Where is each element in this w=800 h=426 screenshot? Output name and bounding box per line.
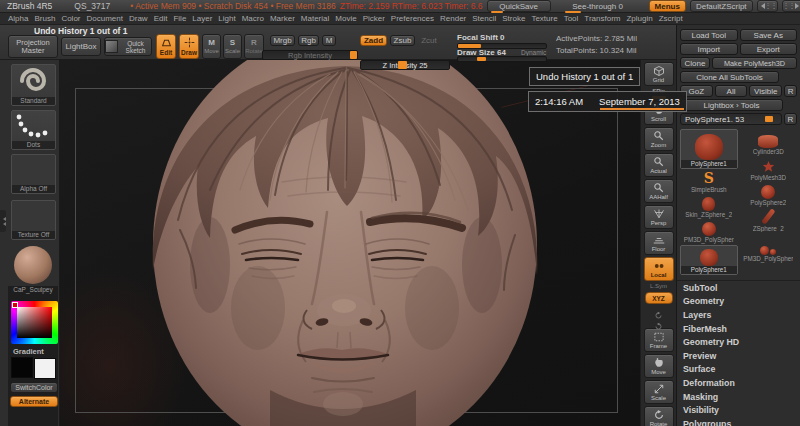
tool-thumb-pm3d-polysphere-b[interactable]: PM3D_PolySpher: [740, 233, 798, 263]
menu-texture[interactable]: Texture: [528, 14, 560, 23]
tool-thumb-simplebrush[interactable]: S SimpleBrush: [680, 170, 738, 194]
zoom-button[interactable]: Zoom: [644, 127, 674, 151]
projection-master-button[interactable]: Projection Master: [8, 35, 58, 58]
menu-material[interactable]: Material: [298, 14, 332, 23]
export-button[interactable]: Export: [740, 43, 798, 55]
draw-size-slider[interactable]: [457, 56, 547, 62]
zsub-button[interactable]: Zsub: [390, 35, 415, 46]
lightbox-button[interactable]: LightBox: [61, 37, 101, 56]
current-stroke-thumbnail[interactable]: Dots: [11, 110, 56, 150]
section-preview[interactable]: Preview: [677, 349, 800, 363]
alternate-button[interactable]: Alternate: [10, 396, 58, 407]
make-polymesh3d-button[interactable]: Make PolyMesh3D: [712, 57, 797, 69]
menu-color[interactable]: Color: [58, 14, 83, 23]
edit-mode-button[interactable]: Edit: [156, 34, 176, 59]
rotate-mode-button[interactable]: R Rotate: [244, 34, 264, 59]
current-brush-thumbnail[interactable]: Standard: [11, 64, 56, 106]
clone-all-subtools-button[interactable]: Clone All SubTools: [680, 71, 779, 83]
rgb-button[interactable]: Rgb: [298, 35, 319, 46]
tool-thumb-polymesh3d[interactable]: PolyMesh3D: [740, 157, 798, 182]
menu-picker[interactable]: Picker: [360, 14, 388, 23]
menu-light[interactable]: Light: [215, 14, 238, 23]
menu-file[interactable]: File: [170, 14, 189, 23]
dynamic-label[interactable]: Dynamic: [521, 49, 546, 56]
color-picker[interactable]: [11, 301, 58, 344]
m-button[interactable]: M: [322, 35, 336, 46]
load-tool-button[interactable]: Load Tool: [680, 29, 738, 41]
menu-tool[interactable]: Tool: [561, 14, 582, 23]
mrgb-button[interactable]: Mrgb: [270, 35, 295, 46]
current-material-thumbnail[interactable]: [14, 246, 52, 284]
grid-button[interactable]: Grid: [644, 62, 674, 86]
move-view-button[interactable]: Move: [644, 354, 674, 378]
main-color-swatch[interactable]: [11, 357, 33, 378]
menu-alpha[interactable]: Alpha: [5, 14, 31, 23]
menu-macro[interactable]: Macro: [239, 14, 267, 23]
quicksave-button[interactable]: QuickSave: [487, 0, 551, 12]
switch-color-button[interactable]: SwitchColor: [10, 382, 58, 393]
menu-preferences[interactable]: Preferences: [388, 14, 437, 23]
section-polygroups[interactable]: Polygroups: [677, 417, 800, 426]
section-deformation[interactable]: Deformation: [677, 376, 800, 390]
z-intensity-slider[interactable]: Z Intensity 25: [360, 60, 450, 70]
zcut-button[interactable]: Zcut: [418, 35, 440, 46]
section-geometry-hd[interactable]: Geometry HD: [677, 335, 800, 349]
shelf-collapse-handle[interactable]: [0, 210, 6, 232]
tool-thumb-pm3d-polysphere-a[interactable]: PM3D_PolySpher: [680, 220, 738, 244]
tool-thumb-skin-zsphere[interactable]: Skin_ZSphere_2: [680, 195, 738, 219]
goz-r-button[interactable]: R: [784, 85, 797, 97]
move-mode-button[interactable]: M Move: [202, 34, 221, 59]
zadd-button[interactable]: Zadd: [360, 35, 387, 46]
section-layers[interactable]: Layers: [677, 308, 800, 322]
section-visibility[interactable]: Visibility: [677, 403, 800, 417]
menu-document[interactable]: Document: [84, 14, 126, 23]
tool-thumb-cylinder3d[interactable]: Cylinder3D: [740, 129, 798, 156]
quick-sketch-button[interactable]: Quick Sketch: [104, 37, 152, 56]
document-canvas[interactable]: [60, 60, 640, 426]
import-button[interactable]: Import: [680, 43, 738, 55]
current-alpha-thumbnail[interactable]: Alpha Off: [11, 154, 56, 194]
scale-mode-button[interactable]: S Scale: [223, 34, 242, 59]
draw-mode-button[interactable]: Draw: [179, 34, 199, 59]
menus-toggle-button[interactable]: Menus: [649, 0, 686, 12]
rgb-intensity-slider[interactable]: Rgb Intensity: [262, 50, 358, 60]
menu-brush[interactable]: Brush: [31, 14, 58, 23]
section-fibermesh[interactable]: FiberMesh: [677, 322, 800, 336]
tool-thumb-polysphere2[interactable]: PolySphere2: [740, 183, 798, 207]
floor-button[interactable]: Floor: [644, 231, 674, 255]
menu-zplugin[interactable]: Zplugin: [623, 14, 655, 23]
secondary-color-swatch[interactable]: [34, 358, 56, 379]
section-masking[interactable]: Masking: [677, 390, 800, 404]
scale-view-button[interactable]: Scale: [644, 380, 674, 404]
play-back-icon[interactable]: ⋮⋮: [757, 0, 778, 12]
section-subtool[interactable]: SubTool: [677, 281, 800, 295]
menu-edit[interactable]: Edit: [151, 14, 171, 23]
all-button[interactable]: All: [715, 85, 748, 97]
menu-stroke[interactable]: Stroke: [499, 14, 528, 23]
visible-button[interactable]: Visible: [749, 85, 782, 97]
lightbox-tools-button[interactable]: Lightbox › Tools: [680, 99, 783, 111]
default-zscript-button[interactable]: DefaultZScript: [690, 0, 753, 12]
gradient-label[interactable]: Gradient: [13, 347, 44, 356]
aahalf-button[interactable]: AAHalf: [644, 179, 674, 203]
local-button[interactable]: Local: [644, 257, 674, 281]
current-texture-thumbnail[interactable]: Texture Off: [11, 200, 56, 240]
menu-zscript[interactable]: Zscript: [656, 14, 686, 23]
tool-thumb-zsphere2[interactable]: ZSphere_2: [740, 208, 798, 232]
tool-thumb-polysphere1-selected[interactable]: PolySphere1: [680, 129, 738, 169]
actual-size-button[interactable]: Actual: [644, 153, 674, 177]
rotate-ccw-toggle-icon[interactable]: [654, 306, 663, 315]
see-through-slider[interactable]: See-through 0: [561, 0, 635, 12]
tool-r-button[interactable]: R: [784, 113, 797, 125]
section-surface[interactable]: Surface: [677, 363, 800, 377]
menu-movie[interactable]: Movie: [332, 14, 359, 23]
menu-marker[interactable]: Marker: [267, 14, 298, 23]
color-picker-gradient[interactable]: [17, 307, 52, 338]
rotate-cw-toggle-icon[interactable]: [654, 317, 663, 326]
play-forward-icon[interactable]: ⋮⋮: [782, 0, 800, 12]
perspective-button[interactable]: Persp: [644, 205, 674, 229]
frame-button[interactable]: Frame: [644, 328, 674, 352]
current-tool-slot[interactable]: PolySphere1. 53: [680, 113, 782, 125]
menu-transform[interactable]: Transform: [581, 14, 623, 23]
menu-render[interactable]: Render: [437, 14, 469, 23]
